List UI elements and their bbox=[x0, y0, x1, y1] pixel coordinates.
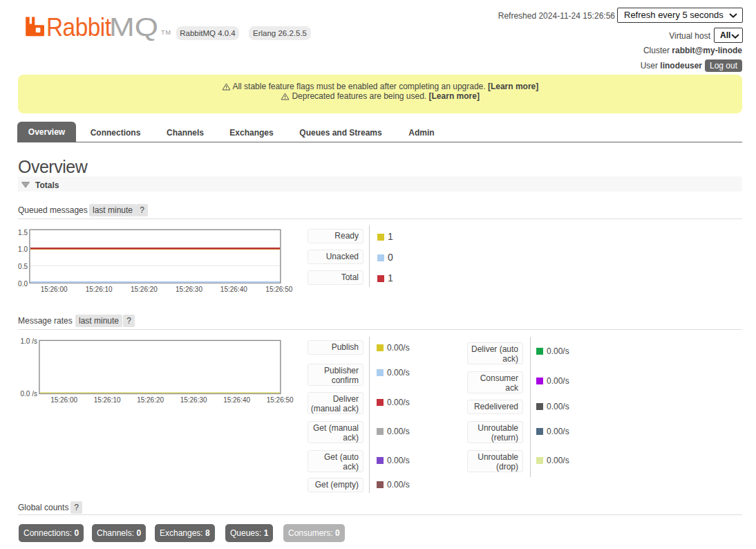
svg-text:0.5: 0.5 bbox=[18, 263, 28, 270]
svg-text:15:26:50: 15:26:50 bbox=[267, 396, 294, 404]
svg-text:15:26:00: 15:26:00 bbox=[41, 286, 68, 293]
svg-text:15:26:10: 15:26:10 bbox=[94, 396, 121, 404]
svg-text:15:26:20: 15:26:20 bbox=[131, 286, 158, 293]
svg-text:1.5: 1.5 bbox=[18, 229, 28, 236]
svg-text:1.0: 1.0 bbox=[18, 245, 28, 253]
svg-text:15:26:40: 15:26:40 bbox=[223, 396, 250, 404]
svg-text:15:26:20: 15:26:20 bbox=[137, 396, 164, 404]
svg-text:0.0 /s: 0.0 /s bbox=[21, 390, 37, 398]
svg-text:0.0: 0.0 bbox=[18, 280, 28, 288]
svg-text:15:26:30: 15:26:30 bbox=[180, 396, 207, 404]
svg-text:15:26:10: 15:26:10 bbox=[86, 286, 113, 293]
svg-text:15:26:40: 15:26:40 bbox=[220, 286, 247, 293]
svg-text:15:26:00: 15:26:00 bbox=[50, 396, 77, 404]
svg-text:15:26:50: 15:26:50 bbox=[265, 286, 292, 293]
svg-text:15:26:30: 15:26:30 bbox=[176, 286, 202, 293]
svg-text:1.0 /s: 1.0 /s bbox=[21, 337, 37, 345]
